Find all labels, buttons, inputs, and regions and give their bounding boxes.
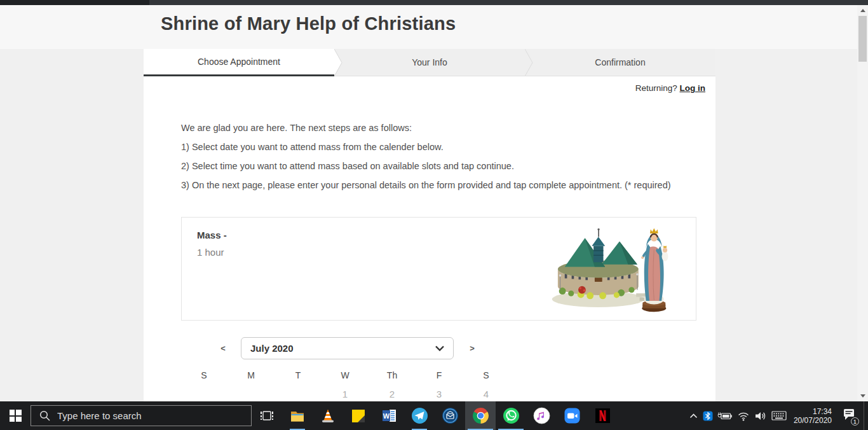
netflix-button[interactable] (587, 401, 618, 430)
chrome-icon (472, 407, 489, 424)
touch-keyboard-button[interactable] (771, 410, 787, 421)
svg-text:W: W (383, 412, 390, 420)
vlc-icon (320, 408, 336, 424)
calendar-day (275, 389, 322, 399)
taskbar-clock[interactable]: 17:34 20/07/2020 (791, 407, 834, 425)
whatsapp-button[interactable] (496, 401, 526, 430)
calendar-next-button[interactable]: > (468, 343, 477, 353)
wifi-button[interactable] (737, 411, 750, 421)
instruction-line: 1) Select date you want to attend mass f… (181, 142, 715, 152)
church-statue-image (550, 226, 675, 313)
show-desktop-button[interactable] (864, 401, 868, 430)
battery-charging-icon (717, 411, 733, 421)
returning-row: Returning? Log in (144, 76, 715, 95)
month-select[interactable]: July 2020 (241, 337, 454, 359)
weekday-header: W (322, 370, 369, 380)
calendar-day: 4 (463, 389, 510, 399)
weekday-header: M (227, 370, 275, 380)
telegram-button[interactable] (404, 401, 435, 430)
calendar-day: 1 (322, 389, 369, 399)
file-explorer-icon (289, 408, 306, 424)
netflix-icon (595, 408, 611, 424)
browser-top-strip (0, 0, 868, 5)
chrome-button[interactable] (465, 401, 496, 430)
instruction-line: We are glad you are here. The next steps… (181, 123, 715, 133)
returning-label: Returning? (635, 83, 677, 93)
tab-separator-chevron (525, 49, 533, 76)
scroll-down-icon (860, 394, 865, 398)
content-column: Choose Appointment Your Info Confirmatio… (144, 49, 715, 401)
scroll-up-button[interactable] (857, 5, 868, 16)
zoom-icon (564, 407, 581, 424)
zoom-button[interactable] (557, 401, 587, 430)
tab-confirmation[interactable]: Confirmation (525, 49, 715, 76)
calendar-day: 2 (369, 389, 416, 399)
browser-viewport: Shrine of Mary Help of Christians Choose… (0, 5, 868, 401)
log-in-link[interactable]: Log in (680, 83, 706, 93)
pinned-apps: W (252, 401, 618, 430)
calendar-day: 3 (416, 389, 463, 399)
mail-icon (442, 407, 459, 424)
whatsapp-icon (503, 407, 520, 424)
word-icon: W (381, 408, 397, 424)
sticky-notes-icon (351, 408, 366, 424)
instruction-line: 2) Select time you want to attend mass b… (181, 161, 715, 171)
calendar-nav: < July 2020 > (219, 337, 715, 359)
battery-button[interactable] (717, 411, 733, 421)
instruction-line: 3) On the next page, please enter your p… (181, 180, 715, 190)
action-center-button[interactable]: 1 (839, 405, 859, 427)
vertical-scrollbar[interactable] (857, 5, 868, 401)
calendar-prev-button[interactable]: < (219, 343, 227, 353)
month-select-value: July 2020 (250, 343, 294, 354)
search-input[interactable] (57, 410, 245, 421)
weekday-header: F (416, 370, 463, 380)
scroll-up-icon (860, 9, 865, 12)
weekday-header: S (180, 370, 227, 380)
instructions: We are glad you are here. The next steps… (181, 123, 715, 190)
itunes-button[interactable] (526, 401, 557, 430)
task-view-button[interactable] (252, 401, 282, 430)
active-tab-arrow (334, 49, 342, 76)
windows-logo-icon (10, 410, 22, 422)
clock-time: 17:34 (794, 407, 832, 416)
vlc-button[interactable] (313, 401, 343, 430)
chevron-down-icon (435, 345, 444, 351)
step-tabs: Choose Appointment Your Info Confirmatio… (144, 49, 715, 76)
word-button[interactable]: W (374, 401, 404, 430)
browser-top-strip-segment (0, 0, 149, 5)
mail-button[interactable] (435, 401, 465, 430)
tab-choose-appointment[interactable]: Choose Appointment (144, 49, 334, 76)
wifi-icon (737, 411, 750, 421)
page-header: Shrine of Mary Help of Christians (0, 5, 857, 49)
search-icon (39, 410, 51, 422)
calendar-weekday-row: S M T W Th F S (180, 370, 715, 380)
notification-badge: 1 (851, 417, 859, 426)
scrollbar-thumb[interactable] (858, 16, 867, 62)
scroll-down-button[interactable] (857, 391, 868, 401)
chevron-up-icon (689, 412, 698, 420)
system-tray: 17:34 20/07/2020 1 (689, 401, 862, 430)
taskbar-search[interactable] (31, 405, 252, 426)
itunes-icon (533, 407, 550, 424)
calendar-day (227, 389, 275, 399)
start-button[interactable] (0, 401, 31, 430)
sticky-notes-button[interactable] (343, 401, 374, 430)
tab-your-info[interactable]: Your Info (334, 49, 525, 76)
bluetooth-button[interactable] (703, 411, 713, 421)
telegram-icon (411, 407, 428, 424)
calendar-date-row: 1 2 3 4 (180, 389, 715, 399)
booking-page: Shrine of Mary Help of Christians Choose… (0, 5, 857, 401)
clock-date: 20/07/2020 (794, 416, 832, 425)
task-view-icon (259, 408, 275, 424)
windows-taskbar: W (0, 401, 868, 430)
volume-icon (754, 410, 767, 422)
touch-keyboard-icon (771, 410, 787, 421)
weekday-header: T (275, 370, 322, 380)
bluetooth-icon (703, 411, 713, 421)
page-title: Shrine of Mary Help of Christians (0, 5, 857, 34)
volume-button[interactable] (754, 410, 767, 422)
calendar-day (180, 389, 227, 399)
hidden-icons-chevron[interactable] (689, 412, 698, 420)
service-card: Mass - 1 hour (181, 217, 696, 321)
file-explorer-button[interactable] (282, 401, 313, 430)
